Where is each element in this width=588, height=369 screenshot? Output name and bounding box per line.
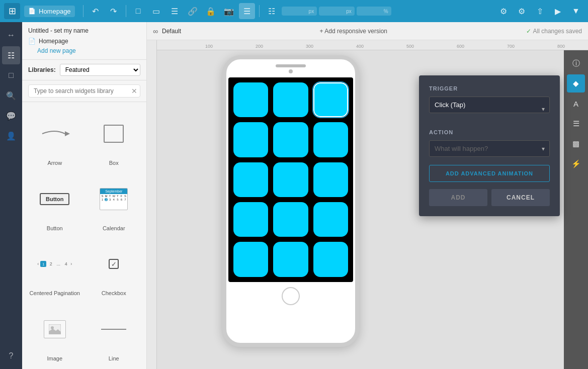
widget-item-pagination[interactable]: ‹ 1 2 ... 4 › Centered Pagination <box>26 237 83 300</box>
interaction-dialog: TRIGGER Click (Tap) Double Click Long Pr… <box>419 75 560 216</box>
app-icon-5[interactable] <box>273 122 308 157</box>
action-select-wrapper: What will happen? Navigate to page Show/… <box>429 140 550 157</box>
nav-icon-pages[interactable]: ☷ <box>2 46 20 64</box>
settings-button[interactable]: ⚙ <box>514 3 530 19</box>
advanced-animation-button[interactable]: ADD ADVANCED ANIMATION <box>429 165 550 182</box>
x-input-group: px <box>282 7 317 16</box>
trigger-section-title: TRIGGER <box>429 85 550 91</box>
nav-icon-search[interactable]: 🔍 <box>2 86 20 105</box>
component-button[interactable]: □ <box>130 3 146 19</box>
app-icon-3-selected[interactable] <box>313 82 348 117</box>
app-icon-9[interactable] <box>313 162 348 197</box>
app-icon-11[interactable] <box>273 202 308 237</box>
image-button[interactable]: 📷 <box>221 3 237 19</box>
align-panel-btn[interactable]: ☰ <box>567 115 585 133</box>
app-icon-6[interactable] <box>313 122 348 157</box>
preview-settings-button[interactable]: ⚙ <box>495 3 512 19</box>
search-input[interactable] <box>28 84 140 98</box>
app-icon-4[interactable] <box>233 122 268 157</box>
page-file-icon: 📄 <box>28 38 36 45</box>
app-icon-7[interactable] <box>233 162 268 197</box>
redo-button[interactable]: ↷ <box>106 3 122 19</box>
info-panel-btn[interactable]: ⓘ <box>567 54 585 72</box>
device-button[interactable]: ▭ <box>148 3 164 19</box>
checkmark-icon: ✓ <box>526 28 531 35</box>
widget-item-image[interactable]: Image <box>26 302 83 365</box>
app-icon-10[interactable] <box>233 202 268 237</box>
search-clear-icon[interactable]: ✕ <box>131 87 137 95</box>
cal-cell-today: 2 <box>105 198 108 201</box>
widget-label-image: Image <box>47 355 62 361</box>
layers-button[interactable]: ☰ <box>239 3 255 19</box>
y-input[interactable] <box>322 8 346 15</box>
add-page-link[interactable]: Add new page <box>37 47 140 54</box>
grid-button[interactable]: ☷ <box>264 3 280 19</box>
main-layout: ↔ ☷ □ 🔍 💬 👤 ? Untitled - set my name 📄 H… <box>0 22 588 369</box>
nav-icon-expand[interactable]: ↔ <box>2 26 20 44</box>
app-icon-8[interactable] <box>273 162 308 197</box>
nav-icon-comments[interactable]: 💬 <box>2 107 20 125</box>
box-preview-container <box>88 111 140 157</box>
widget-item-checkbox[interactable]: ✓ Checkbox <box>86 237 143 300</box>
play-button[interactable]: ▶ <box>550 3 566 19</box>
pag-dot-2: 2 <box>48 261 54 267</box>
cancel-button[interactable]: CANCEL <box>491 189 550 206</box>
phone-screen <box>228 77 353 282</box>
widget-item-arrow[interactable]: Arrow <box>26 106 83 169</box>
color-panel-btn[interactable]: ◆ <box>567 74 585 93</box>
align-button[interactable]: ☰ <box>166 3 183 19</box>
image-shape <box>44 320 66 338</box>
widget-item-box[interactable]: Box <box>86 106 143 169</box>
arrow-preview <box>29 111 81 157</box>
action-select[interactable]: What will happen? Navigate to page Show/… <box>429 140 550 157</box>
page-title-tab[interactable]: 📄 Homepage <box>24 6 75 17</box>
canvas-container[interactable]: 100 200 300 400 500 600 700 800 <box>147 40 588 369</box>
opacity-input[interactable] <box>360 8 384 15</box>
undo-button[interactable]: ↶ <box>88 3 104 19</box>
widget-label-pagination: Centered Pagination <box>30 290 80 296</box>
widget-item-calendar[interactable]: September S M T W T F S 1 2 3 4 <box>86 171 143 235</box>
x-input[interactable] <box>285 8 309 15</box>
add-button[interactable]: ADD <box>429 189 487 206</box>
canvas-content[interactable]: ⓘ ◆ A ☰ ▩ ⚡ TRIGGER Click (Tap) Double C… <box>157 50 588 369</box>
add-responsive-link[interactable]: + Add responsive version <box>185 28 522 35</box>
text-panel-btn[interactable]: A <box>567 95 585 113</box>
texture-panel-btn[interactable]: ▩ <box>567 135 585 153</box>
left-icon-sidebar: ↔ ☷ □ 🔍 💬 👤 ? <box>0 22 22 369</box>
nav-icon-users[interactable]: 👤 <box>2 127 20 145</box>
page-title-label: Homepage <box>39 8 71 15</box>
app-icon-12[interactable] <box>313 202 348 237</box>
page-item[interactable]: 📄 Homepage <box>28 36 140 46</box>
pagination-preview-container: ‹ 1 2 ... 4 › <box>29 241 81 288</box>
app-icon-1[interactable] <box>233 82 268 117</box>
lock-button[interactable]: 🔒 <box>203 3 219 19</box>
app-grid <box>228 77 353 282</box>
cal-cell: 4 <box>112 198 116 201</box>
interaction-panel-btn[interactable]: ⚡ <box>567 155 585 173</box>
trigger-select[interactable]: Click (Tap) Double Click Long Press Mous… <box>429 97 550 113</box>
app-logo[interactable]: ⊞ <box>4 3 20 19</box>
cal-cell: 1 <box>101 198 104 201</box>
nav-icon-widgets[interactable]: □ <box>2 66 20 84</box>
default-badge: Default <box>162 28 181 35</box>
share-button[interactable]: ⇧ <box>532 3 548 19</box>
more-button[interactable]: ▼ <box>568 3 584 19</box>
app-icon-2[interactable] <box>273 82 308 117</box>
ruler-horizontal: 100 200 300 400 500 600 700 800 <box>157 40 588 50</box>
app-icon-13[interactable] <box>233 242 268 276</box>
app-icon-14[interactable] <box>273 242 308 276</box>
widget-label-arrow: Arrow <box>47 160 62 166</box>
widget-label-calendar: Calendar <box>103 225 125 231</box>
libraries-select[interactable]: Featured <box>60 64 140 76</box>
widget-item-line[interactable]: Line <box>86 302 143 365</box>
line-preview-container <box>88 306 140 352</box>
phone-home-button[interactable] <box>282 287 300 305</box>
nav-icon-help[interactable]: ? <box>2 347 20 365</box>
app-icon-15[interactable] <box>313 242 348 276</box>
cal-cell: S <box>101 195 104 198</box>
link-button[interactable]: 🔗 <box>185 3 201 19</box>
widget-item-button[interactable]: Button Button <box>26 171 83 235</box>
box-shape <box>104 125 124 143</box>
page-icon: 📄 <box>28 8 36 15</box>
cal-body: S M T W T F S 1 2 3 4 5 6 <box>100 194 127 202</box>
